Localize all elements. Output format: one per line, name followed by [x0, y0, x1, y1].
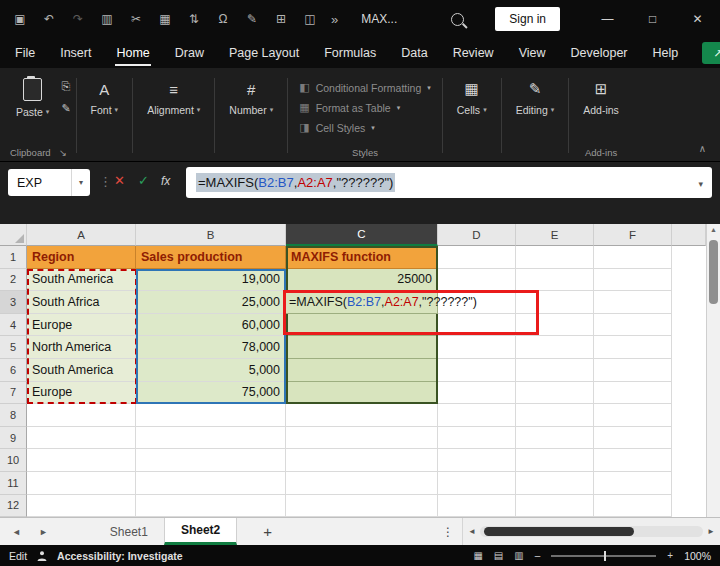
copy-icon[interactable]: ⎘	[61, 80, 70, 93]
row-header-12[interactable]: 12	[0, 495, 27, 518]
sheet-bar-more-icon[interactable]: ⋮	[442, 525, 454, 539]
tab-review[interactable]: Review	[452, 40, 495, 66]
horizontal-scrollbar-thumb[interactable]	[484, 527, 634, 536]
redo-icon[interactable]: ↷	[70, 12, 86, 26]
grid-cell[interactable]	[286, 427, 438, 450]
scroll-up-icon[interactable]: ▲	[707, 226, 720, 233]
grid-cell[interactable]	[438, 269, 516, 292]
tab-file[interactable]: File	[14, 40, 36, 66]
table-icon[interactable]: ⊞	[273, 12, 289, 26]
grid-cell[interactable]	[516, 404, 594, 427]
minimize-button[interactable]: —	[585, 0, 630, 38]
grid-cell[interactable]	[136, 472, 286, 495]
cell-C5[interactable]	[286, 336, 438, 359]
col-header-e[interactable]: E	[516, 224, 594, 246]
cell-B4[interactable]: 60,000	[136, 314, 286, 337]
row-header-2[interactable]: 2	[0, 269, 27, 292]
grid-cell[interactable]	[594, 336, 672, 359]
row-header-11[interactable]: 11	[0, 472, 27, 495]
close-button[interactable]: ✕	[675, 0, 720, 38]
draw-icon[interactable]: ✎	[244, 12, 260, 26]
grid-cell[interactable]	[27, 427, 136, 450]
col-header-b[interactable]: B	[136, 224, 286, 246]
grid-cell[interactable]	[516, 246, 594, 269]
alignment-button[interactable]: ≡ Alignment▾	[138, 72, 209, 116]
grid-cell[interactable]	[516, 359, 594, 382]
grid-cell[interactable]	[516, 314, 594, 337]
grid-cell[interactable]	[516, 291, 594, 314]
paste-button[interactable]: Paste▾	[6, 72, 59, 118]
row-header-1[interactable]: 1	[0, 246, 27, 269]
grid-cell[interactable]	[438, 336, 516, 359]
cell-C3-editing[interactable]: =MAXIFS(B2:B7,A2:A7,"??????")	[286, 291, 438, 314]
grid-cell[interactable]	[594, 291, 672, 314]
expand-formula-bar-icon[interactable]: ▾	[698, 179, 703, 189]
row-header-6[interactable]: 6	[0, 359, 27, 382]
page-layout-view-icon[interactable]: ▤	[494, 550, 503, 561]
grid-cell[interactable]	[516, 382, 594, 405]
sheet-nav-next-icon[interactable]: ►	[39, 527, 48, 537]
cell-C2[interactable]: 25000	[286, 269, 438, 292]
select-all-corner[interactable]	[0, 224, 27, 246]
sign-in-button[interactable]: Sign in	[495, 7, 560, 31]
tab-developer[interactable]: Developer	[570, 40, 629, 66]
cut-icon[interactable]: ✂	[128, 12, 144, 26]
grid-cell[interactable]	[438, 427, 516, 450]
normal-view-icon[interactable]: ▦	[473, 550, 482, 561]
grid-cell[interactable]	[594, 427, 672, 450]
picture-icon[interactable]: ▦	[157, 12, 173, 26]
grid-cell[interactable]	[594, 269, 672, 292]
addins-button[interactable]: ⊞ Add-ins	[574, 72, 628, 116]
grid-cell[interactable]	[594, 359, 672, 382]
cell-A3[interactable]: South Africa	[27, 291, 136, 314]
symbol-icon[interactable]: Ω	[215, 12, 231, 26]
name-box[interactable]: EXP ▾	[8, 169, 90, 196]
vertical-scrollbar[interactable]: ▲	[706, 224, 720, 517]
formula-bar-handle-icon[interactable]: ⋮	[99, 174, 112, 189]
quick-access-overflow-icon[interactable]: »	[331, 12, 338, 27]
grid-cell[interactable]	[594, 495, 672, 518]
page-break-view-icon[interactable]: ▥	[514, 550, 523, 561]
cell-A1[interactable]: Region	[27, 246, 136, 269]
accessibility-status[interactable]: Accessibility: Investigate	[57, 550, 182, 562]
grid-cell[interactable]	[286, 404, 438, 427]
row-header-4[interactable]: 4	[0, 314, 27, 337]
cell-C4[interactable]	[286, 314, 438, 337]
conditional-formatting-button[interactable]: ◧ Conditional Formatting ▾	[299, 81, 431, 94]
grid-cell[interactable]	[516, 472, 594, 495]
grid-cell[interactable]	[438, 382, 516, 405]
zoom-level[interactable]: 100%	[684, 550, 711, 562]
grid-cell[interactable]	[27, 449, 136, 472]
grid-cell[interactable]	[438, 246, 516, 269]
grid-cell[interactable]	[136, 427, 286, 450]
grid-cell[interactable]	[594, 472, 672, 495]
tab-data[interactable]: Data	[400, 40, 428, 66]
zoom-in-icon[interactable]: +	[667, 550, 673, 561]
grid-cell[interactable]	[594, 404, 672, 427]
sheet-nav-prev-icon[interactable]: ◄	[12, 527, 21, 537]
grid-cell[interactable]	[516, 269, 594, 292]
grid-cell[interactable]	[516, 336, 594, 359]
horizontal-scrollbar[interactable]: ◄ ►	[462, 518, 720, 545]
number-button[interactable]: # Number▾	[220, 72, 282, 116]
maximize-button[interactable]: □	[630, 0, 675, 38]
cell-B7[interactable]: 75,000	[136, 382, 286, 405]
grid-cell[interactable]	[136, 449, 286, 472]
collapse-ribbon-icon[interactable]: ∧	[699, 143, 706, 154]
zoom-slider-thumb[interactable]	[604, 551, 606, 561]
col-header-a[interactable]: A	[27, 224, 136, 246]
cell-B6[interactable]: 5,000	[136, 359, 286, 382]
cell-A2[interactable]: South America	[27, 269, 136, 292]
grid-cell[interactable]	[594, 449, 672, 472]
cell-C7[interactable]	[286, 382, 438, 405]
grid-cell[interactable]	[438, 314, 516, 337]
grid-cell[interactable]	[516, 427, 594, 450]
grid-cell[interactable]	[594, 246, 672, 269]
cell-A5[interactable]: North America	[27, 336, 136, 359]
grid-cell[interactable]	[286, 472, 438, 495]
grid-cell[interactable]	[286, 449, 438, 472]
grid-cell[interactable]	[438, 449, 516, 472]
cell-A7[interactable]: Europe	[27, 382, 136, 405]
row-header-9[interactable]: 9	[0, 427, 27, 450]
row-header-3[interactable]: 3	[0, 291, 27, 314]
